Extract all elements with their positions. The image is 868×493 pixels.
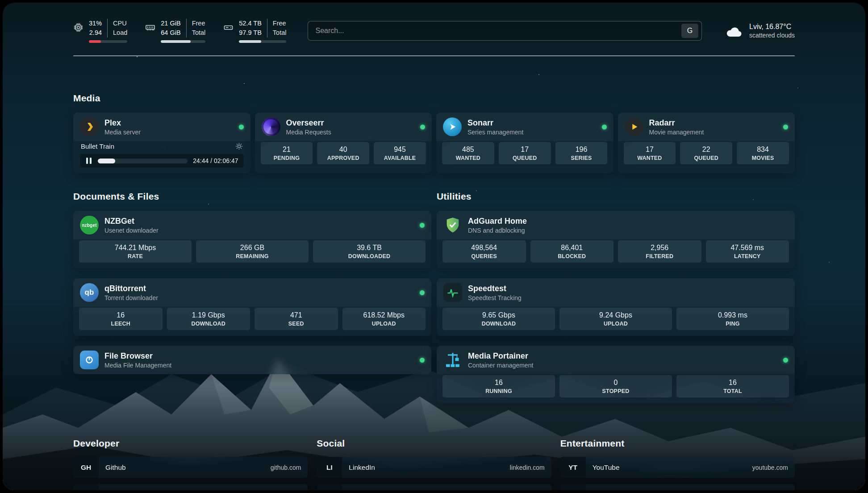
adguard-shield-icon [443, 216, 462, 234]
service-link-radarr[interactable]: Radarr Movie management [618, 113, 795, 141]
search-provider-button[interactable]: G [681, 24, 698, 38]
stat-queued: 17QUEUED [499, 142, 551, 164]
qbittorrent-stats: 16LEECH 1.19 GbpsDOWNLOAD 471SEED 618.52… [73, 307, 431, 336]
portainer-crane-icon [443, 351, 462, 369]
service-link-plex[interactable]: Plex Media server [73, 113, 250, 141]
playback-progress-bar[interactable] [98, 159, 188, 163]
adguard-stats: 498,564QUERIES 86,401BLOCKED 2,956FILTER… [437, 239, 795, 268]
dashboard-screen: 31% 2.94 CPU Load [3, 3, 865, 490]
bookmark-youtube[interactable]: YT YouTube youtube.com [560, 457, 795, 478]
service-link-overseerr[interactable]: Overseerr Media Requests [255, 113, 432, 141]
stat-wanted: 485WANTED [442, 142, 494, 164]
stat-available: 945AVAILABLE [374, 142, 426, 164]
service-link-sonarr[interactable]: Sonarr Series management [436, 113, 613, 141]
search-input[interactable] [315, 27, 681, 35]
cpu-load-value: 2.94 [89, 28, 102, 38]
search-bar: G [308, 21, 702, 41]
stat-download: 9.65 GbpsDOWNLOAD [442, 308, 555, 330]
bookmark-stackoverflow[interactable]: SO StackOverflow stackoverflow.com [73, 484, 308, 490]
portainer-stats: 16RUNNING 0STOPPED 16TOTAL [437, 374, 795, 403]
sonarr-status-dot [602, 125, 607, 130]
service-card-radarr: Radarr Movie management 17WANTED 22QUEUE… [618, 113, 795, 173]
speedtest-subtitle: Speedtest Tracking [468, 294, 522, 301]
stat-wanted: 17WANTED [624, 142, 676, 164]
stat-total: 16TOTAL [676, 375, 789, 397]
stat-upload: 9.24 GbpsUPLOAD [559, 308, 672, 330]
bookmark-abbr: GH [73, 457, 99, 478]
nzbget-status-dot [420, 223, 425, 228]
bookmark-linkedin[interactable]: LI LinkedIn linkedin.com [317, 457, 551, 478]
qbittorrent-status-dot [420, 290, 425, 295]
section-title-media: Media [73, 93, 795, 104]
bookmark-group-entertainment: Entertainment YT YouTube youtube.com NF … [560, 438, 795, 490]
stat-download: 1.19 GbpsDOWNLOAD [167, 308, 250, 330]
bookmark-github[interactable]: GH Github github.com [73, 457, 308, 478]
disk-icon [223, 22, 234, 33]
sonarr-icon [443, 117, 462, 136]
ram-total-value: 64 GiB [161, 28, 180, 38]
stat-approved: 40APPROVED [317, 142, 369, 164]
section-title-social: Social [317, 438, 551, 449]
plex-now-playing: Bullet Train 24:44 / 02:06:47 [73, 141, 250, 173]
plex-title: Plex [104, 118, 141, 128]
stat-movies: 834MOVIES [737, 142, 789, 164]
section-title-entertainment: Entertainment [560, 438, 795, 449]
bookmark-abbr: SO [73, 484, 99, 490]
radarr-title: Radarr [649, 118, 704, 128]
stat-blocked: 86,401BLOCKED [530, 240, 614, 263]
bookmark-twitter[interactable]: TW Twitter twitter.com [317, 484, 551, 490]
service-link-adguard[interactable]: AdGuard Home DNS and adblocking [437, 211, 795, 239]
weather-condition: scattered clouds [749, 32, 795, 39]
service-card-filebrowser: File Browser Media File Management [73, 346, 431, 374]
stat-queued: 22QUEUED [680, 142, 732, 164]
playback-time: 24:44 / 02:06:47 [193, 157, 238, 164]
service-link-speedtest[interactable]: Speedtest Speedtest Tracking [437, 278, 795, 307]
disk-usage-bar [239, 40, 286, 43]
overseerr-subtitle: Media Requests [286, 129, 331, 136]
ram-total-label: Total [192, 28, 206, 38]
radarr-stats: 17WANTED 22QUEUED 834MOVIES [618, 141, 795, 170]
service-link-nzbget[interactable]: nzbget NZBGet Usenet downloader [73, 211, 431, 239]
qbittorrent-subtitle: Torrent downloader [104, 294, 158, 301]
bookmark-netflix[interactable]: NF Netflix netflix.com [560, 484, 795, 490]
speedtest-title: Speedtest [468, 284, 522, 293]
top-bar: 31% 2.94 CPU Load [73, 19, 795, 43]
header-divider [73, 55, 795, 56]
memory-icon [145, 22, 155, 33]
service-card-sonarr: Sonarr Series management 485WANTED 17QUE… [436, 113, 613, 173]
stat-leech: 16LEECH [79, 308, 163, 330]
stat-pending: 21PENDING [261, 142, 313, 164]
sonarr-title: Sonarr [467, 118, 523, 128]
service-link-qbittorrent[interactable]: qb qBittorrent Torrent downloader [73, 278, 431, 307]
bookmark-abbr: LI [317, 457, 342, 478]
now-playing-title: Bullet Train [81, 142, 114, 150]
cpu-monitor: 31% 2.94 CPU Load [73, 19, 127, 43]
speedtest-waveform-icon [443, 283, 462, 302]
qbittorrent-icon: qb [80, 283, 99, 302]
service-link-filebrowser[interactable]: File Browser Media File Management [73, 346, 431, 374]
gear-icon[interactable] [235, 142, 243, 150]
service-card-adguard: AdGuard Home DNS and adblocking 498,564Q… [437, 211, 795, 268]
radarr-icon [625, 117, 643, 136]
service-card-qbittorrent: qb qBittorrent Torrent downloader 16LEEC… [73, 278, 431, 336]
weather-location-temp: Lviv, 16.87°C [749, 23, 795, 31]
filebrowser-icon [80, 351, 99, 369]
stat-running: 16RUNNING [442, 375, 555, 397]
system-monitors: 31% 2.94 CPU Load [73, 19, 286, 43]
memory-usage-bar [161, 40, 205, 43]
section-title-utilities: Utilities [437, 191, 795, 202]
stat-series: 196SERIES [555, 142, 608, 164]
pause-icon[interactable] [85, 157, 92, 165]
memory-monitor: 21 GiB 64 GiB Free Total [145, 19, 205, 43]
adguard-subtitle: DNS and adblocking [468, 227, 527, 234]
cpu-label: CPU [113, 19, 127, 28]
adguard-title: AdGuard Home [468, 217, 527, 226]
filebrowser-status-dot [420, 358, 425, 363]
service-link-portainer[interactable]: Media Portainer Container management [437, 346, 795, 374]
bookmark-abbr: YT [560, 457, 586, 478]
weather-widget: Lviv, 16.87°C scattered clouds [725, 23, 795, 39]
portainer-subtitle: Container management [468, 362, 533, 369]
sonarr-stats: 485WANTED 17QUEUED 196SERIES [436, 141, 613, 170]
overseerr-stats: 21PENDING 40APPROVED 945AVAILABLE [255, 141, 432, 170]
disk-total-label: Total [273, 28, 287, 38]
